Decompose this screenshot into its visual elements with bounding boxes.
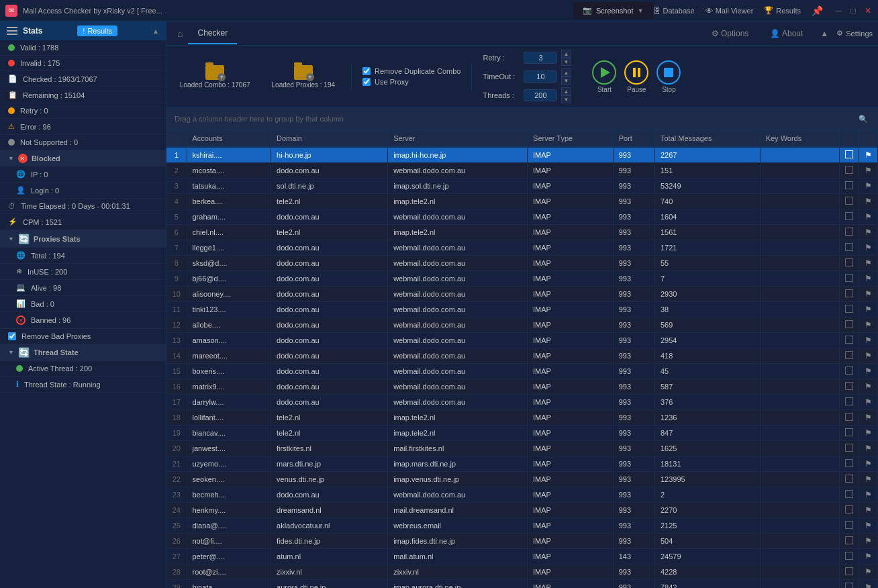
mailviewer-btn[interactable]: 👁 Mail Viewer [705,7,754,15]
row-copy-icon[interactable] [840,348,859,364]
row-flag-icon[interactable]: ⚑ [859,271,878,287]
table-row[interactable]: 24 henkmy.... dreamsand.nl mail.dreamsan… [166,503,878,518]
table-row[interactable]: 23 becmeh.... dodo.com.au webmail.dodo.c… [166,487,878,503]
table-row[interactable]: 28 root@zi.... zixxiv.nl zixxiv.nl IMAP … [166,565,878,580]
col-accounts[interactable]: Accounts [187,130,271,147]
options-btn[interactable]: ⚙ Options [702,23,759,44]
retry-input[interactable] [524,52,557,64]
row-copy-icon[interactable] [840,549,859,565]
table-row[interactable]: 13 amason.... dodo.com.au webmail.dodo.c… [166,333,878,348]
row-copy-icon[interactable] [840,179,859,194]
row-flag-icon[interactable]: ⚑ [859,287,878,302]
row-flag-icon[interactable]: ⚑ [859,317,878,333]
table-row[interactable]: 10 alisooney.... dodo.com.au webmail.dod… [166,287,878,302]
screenshot-tab[interactable]: 📷 Screenshot ▼ [573,2,653,19]
row-flag-icon[interactable]: ⚑ [859,225,878,240]
search-icon-btn[interactable]: 🔍 [857,112,870,126]
timeout-down-btn[interactable]: ▼ [561,77,571,85]
row-flag-icon[interactable]: ⚑ [859,534,878,549]
table-row[interactable]: 7 llegge1.... dodo.com.au webmail.dodo.c… [166,240,878,256]
row-flag-icon[interactable]: ⚑ [859,549,878,565]
proxies-section-header[interactable]: ▼ 🔄 Proxies Stats [0,230,166,248]
load-combo-btn[interactable]: + Loaded Combo : 17067 [175,62,256,91]
table-row[interactable]: 8 sksd@d.... dodo.com.au webmail.dodo.co… [166,256,878,271]
timeout-up-btn[interactable]: ▲ [561,68,571,77]
threads-down-btn[interactable]: ▼ [561,95,571,103]
row-copy-icon[interactable] [840,565,859,580]
row-copy-icon[interactable] [840,456,859,472]
row-copy-icon[interactable] [840,503,859,518]
table-row[interactable]: 16 matrix9.... dodo.com.au webmail.dodo.… [166,379,878,395]
table-row[interactable]: 20 janwest.... firstkites.nl mail.firstk… [166,441,878,456]
results-badge[interactable]: ! Results [77,26,117,36]
row-flag-icon[interactable]: ⚑ [859,565,878,580]
row-copy-icon[interactable] [840,410,859,426]
row-flag-icon[interactable]: ⚑ [859,333,878,348]
row-copy-icon[interactable] [840,271,859,287]
blocked-section-header[interactable]: ▼ ✕ Blocked [0,150,166,166]
table-row[interactable]: 18 lollifant.... tele2.nl imap.tele2.nl … [166,410,878,426]
row-copy-icon[interactable] [840,147,859,163]
start-btn[interactable]: Start [592,60,616,93]
table-row[interactable]: 26 not@fi.... fides.dti.ne.jp imap.fides… [166,534,878,549]
nav-up-arrow[interactable]: ▲ [820,29,828,38]
remove-bad-proxies[interactable]: Remove Bad Proxies [0,329,166,344]
retry-up-btn[interactable]: ▲ [561,50,571,58]
row-flag-icon[interactable]: ⚑ [859,209,878,225]
row-flag-icon[interactable]: ⚑ [859,194,878,209]
col-keywords[interactable]: Key Words [760,130,839,147]
settings-btn[interactable]: ⚙ Settings [836,29,873,38]
row-flag-icon[interactable]: ⚑ [859,379,878,395]
row-copy-icon[interactable] [840,487,859,503]
checker-tab[interactable]: Checker [188,23,237,44]
row-copy-icon[interactable] [840,472,859,487]
results-btn[interactable]: 🏆 Results [764,6,801,15]
row-copy-icon[interactable] [840,209,859,225]
row-flag-icon[interactable]: ⚑ [859,256,878,271]
table-row[interactable]: 4 berkea.... tele2.nl imap.tele2.nl IMAP… [166,194,878,209]
maximize-btn[interactable]: □ [848,6,858,15]
threads-up-btn[interactable]: ▲ [561,87,571,95]
row-flag-icon[interactable]: ⚑ [859,410,878,426]
row-copy-icon[interactable] [840,256,859,271]
row-flag-icon[interactable]: ⚑ [859,503,878,518]
database-btn[interactable]: 🗄 Database [653,7,695,15]
table-row[interactable]: 12 allobe.... dodo.com.au webmail.dodo.c… [166,317,878,333]
thread-section-header[interactable]: ▼ 🔄 Thread State [0,344,166,361]
row-copy-icon[interactable] [840,364,859,379]
table-row[interactable]: 27 peter@.... atum.nl mail.atum.nl IMAP … [166,549,878,565]
use-proxy-check[interactable] [362,78,371,86]
about-btn[interactable]: 👤 About [761,23,812,44]
table-row[interactable]: 25 diana@.... akladvocat​uur.nl webreus.… [166,518,878,534]
threads-input[interactable] [524,89,557,101]
pause-btn[interactable]: Pause [624,60,648,93]
row-flag-icon[interactable]: ⚑ [859,364,878,379]
row-flag-icon[interactable]: ⚑ [859,487,878,503]
table-row[interactable]: 21 uzyemo.... mars.dti.ne.jp imap.mars.d… [166,456,878,472]
row-flag-icon[interactable]: ⚑ [859,518,878,534]
table-row[interactable]: 3 tatsuka.... sol.dti.ne.jp imap.sol.dti… [166,179,878,194]
row-copy-icon[interactable] [840,240,859,256]
stop-btn[interactable]: Stop [656,60,681,93]
row-flag-icon[interactable]: ⚑ [859,580,878,589]
col-server[interactable]: Server [388,130,528,147]
col-messages[interactable]: Total Messages [654,130,760,147]
table-container[interactable]: Accounts Domain Server Server Type Port … [166,130,878,588]
row-copy-icon[interactable] [840,225,859,240]
row-flag-icon[interactable]: ⚑ [859,163,878,179]
row-copy-icon[interactable] [840,287,859,302]
retry-down-btn[interactable]: ▼ [561,58,571,66]
row-flag-icon[interactable]: ⚑ [859,472,878,487]
row-copy-icon[interactable] [840,163,859,179]
table-row[interactable]: 6 chiel.nl.... tele2.nl imap.tele2.nl IM… [166,225,878,240]
row-flag-icon[interactable]: ⚑ [859,240,878,256]
collapse-arrow[interactable]: ▲ [152,28,159,35]
table-row[interactable]: 22 seoken.... venus.dti.ne.jp imap.venus… [166,472,878,487]
row-copy-icon[interactable] [840,194,859,209]
table-row[interactable]: 2 mcosta.... dodo.com.au webmail.dodo.co… [166,163,878,179]
row-flag-icon[interactable]: ⚑ [859,395,878,410]
tab-arrow[interactable]: ▼ [638,7,644,14]
row-flag-icon[interactable]: ⚑ [859,426,878,441]
timeout-input[interactable] [524,70,557,83]
row-copy-icon[interactable] [840,302,859,317]
